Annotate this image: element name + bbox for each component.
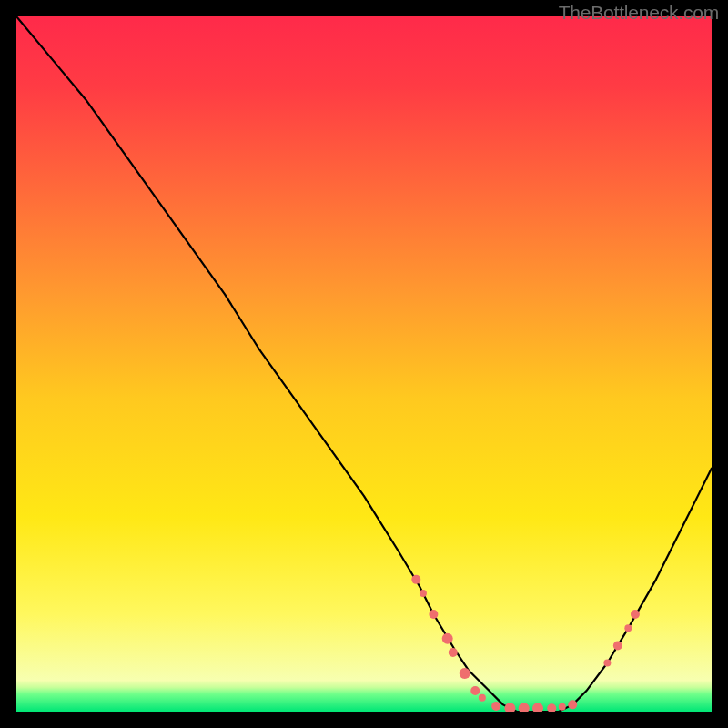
data-marker: [420, 590, 427, 597]
data-marker: [479, 694, 486, 702]
chart-frame: [16, 16, 712, 712]
watermark-text: TheBottleneck.com: [559, 2, 719, 24]
data-marker: [411, 575, 420, 584]
data-marker: [603, 660, 611, 667]
data-marker: [470, 686, 480, 695]
data-marker: [624, 624, 632, 632]
bottleneck-chart: [16, 16, 712, 712]
data-marker: [559, 703, 566, 711]
gradient-background: [16, 16, 712, 712]
data-marker: [460, 668, 470, 679]
data-marker: [613, 641, 622, 650]
data-marker: [568, 700, 577, 709]
data-marker: [631, 610, 640, 619]
data-marker: [449, 648, 458, 657]
data-marker: [491, 702, 500, 711]
data-marker: [429, 610, 438, 619]
data-marker: [442, 633, 453, 644]
